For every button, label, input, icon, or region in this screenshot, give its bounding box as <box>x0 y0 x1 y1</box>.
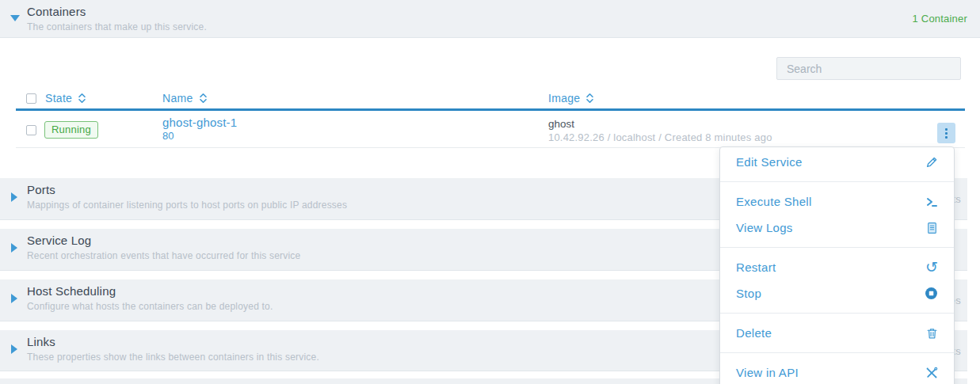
menu-item-label: View Logs <box>736 221 793 234</box>
containers-section-header[interactable]: Containers The containers that make up t… <box>0 0 980 38</box>
sort-icon[interactable] <box>199 92 208 105</box>
container-name-link[interactable]: ghost-ghost-1 <box>162 116 237 129</box>
section-description: Mappings of container listening ports to… <box>27 200 347 211</box>
section-title: Host Scheduling <box>27 284 116 298</box>
container-count-badge: 1 Container <box>913 13 967 25</box>
expand-triangle-icon[interactable] <box>11 192 17 202</box>
container-image-details: 10.42.92.26 / localhost / Created 8 minu… <box>548 131 772 143</box>
menu-item-view-logs[interactable]: View Logs <box>720 215 954 241</box>
menu-item-label: Execute Shell <box>736 195 812 208</box>
expand-triangle-icon[interactable] <box>11 294 17 303</box>
column-header-state-label: State <box>45 92 72 105</box>
expand-triangle-icon[interactable] <box>11 243 17 253</box>
section-title: Links <box>27 335 55 348</box>
row-actions-menu-button[interactable] <box>937 123 955 143</box>
menu-divider <box>720 247 954 248</box>
service-detail-page: Containers The containers that make up t… <box>0 0 980 384</box>
column-header-name[interactable]: Name <box>162 92 208 105</box>
menu-item-delete[interactable]: Delete <box>720 320 954 346</box>
vertical-ellipsis-icon <box>945 128 948 131</box>
table-header-divider <box>16 108 965 111</box>
column-header-image[interactable]: Image <box>548 92 594 105</box>
row-checkbox[interactable] <box>26 125 36 135</box>
menu-divider <box>720 313 954 314</box>
menu-item-label: View in API <box>736 366 799 379</box>
menu-item-label: Restart <box>736 260 776 274</box>
status-badge: Running <box>44 121 98 139</box>
menu-item-label: Delete <box>736 326 772 340</box>
menu-item-edit-service[interactable]: Edit Service <box>720 149 954 175</box>
menu-item-label: Edit Service <box>736 155 803 169</box>
section-description: Recent orchestration events that have oc… <box>27 250 300 261</box>
menu-item-stop[interactable]: Stop <box>720 280 954 306</box>
column-header-name-label: Name <box>162 92 193 105</box>
menu-item-restart[interactable]: Restart ↺ <box>720 254 954 280</box>
menu-item-view-in-api[interactable]: View in API <box>720 359 954 384</box>
menu-item-execute-shell[interactable]: Execute Shell <box>720 188 954 215</box>
trash-icon <box>926 327 938 340</box>
terminal-prompt-icon <box>925 196 938 208</box>
container-port: 80 <box>162 130 174 142</box>
menu-divider <box>720 181 954 182</box>
section-description: These properties show the links between … <box>27 352 319 363</box>
menu-divider <box>720 352 954 353</box>
section-title: Service Log <box>27 234 91 247</box>
container-image: ghost <box>548 118 574 130</box>
document-icon <box>926 222 938 234</box>
expand-triangle-icon[interactable] <box>11 344 17 354</box>
section-title: Ports <box>27 183 55 196</box>
section-description: Configure what hosts the containers can … <box>27 301 273 312</box>
sort-icon[interactable] <box>78 92 86 105</box>
search-input[interactable] <box>776 57 961 80</box>
sort-icon[interactable] <box>585 92 594 105</box>
restart-icon: ↺ <box>925 261 938 274</box>
column-header-state[interactable]: State <box>45 92 86 105</box>
column-header-image-label: Image <box>548 92 580 105</box>
row-actions-dropdown: Edit Service Execute Shell View Logs <box>719 146 955 384</box>
containers-section-title: Containers <box>27 5 86 18</box>
collapse-triangle-icon[interactable] <box>10 15 20 21</box>
stop-circle-icon <box>925 287 938 300</box>
pencil-icon <box>925 156 938 169</box>
containers-section-description: The containers that make up this service… <box>27 21 207 32</box>
crossed-tools-icon <box>925 367 938 379</box>
menu-item-label: Stop <box>736 287 761 300</box>
select-all-checkbox[interactable] <box>26 93 36 104</box>
